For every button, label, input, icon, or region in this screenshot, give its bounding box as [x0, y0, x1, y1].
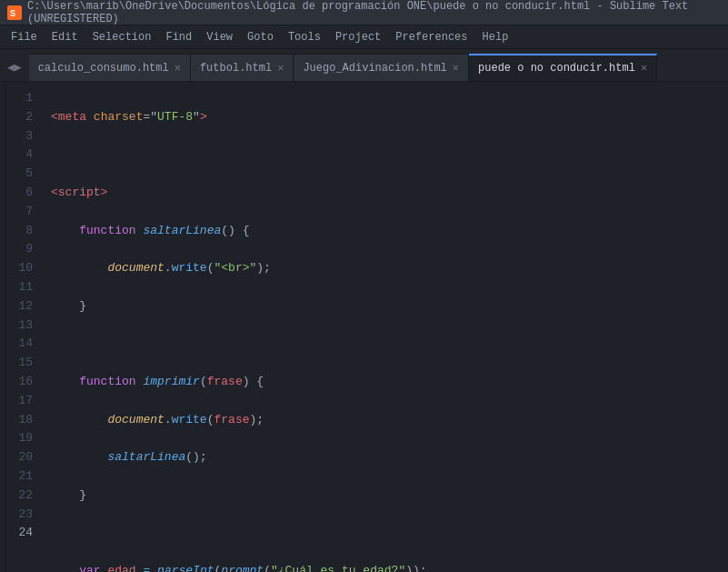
- line-num-1: 1: [13, 89, 33, 108]
- svg-text:S: S: [10, 9, 15, 19]
- line-numbers: 1 2 3 4 5 6 7 8 9 10 11 12 13 14 15 16 1…: [5, 82, 44, 572]
- title-bar: S C:\Users\marib\OneDrive\Documentos\Lóg…: [0, 0, 728, 25]
- line-num-15: 15: [13, 354, 33, 373]
- code-line-8: function imprimir(frase) {: [51, 373, 728, 392]
- line-num-18: 18: [13, 411, 33, 430]
- tab-juego[interactable]: Juego_Adivinacion.html ✕: [294, 54, 469, 81]
- tab-close-juego[interactable]: ✕: [453, 63, 459, 74]
- line-num-22: 22: [13, 487, 33, 506]
- line-num-5: 5: [13, 165, 33, 184]
- code-line-1: <meta charset="UTF-8">: [51, 108, 728, 127]
- menu-edit[interactable]: Edit: [45, 29, 85, 45]
- tab-puede[interactable]: puede o no conducir.html ✕: [469, 54, 657, 81]
- menu-project[interactable]: Project: [328, 29, 388, 45]
- code-line-9: document.write(frase);: [51, 411, 728, 430]
- menu-file[interactable]: File: [4, 29, 45, 45]
- app-icon: S: [7, 5, 22, 20]
- line-num-13: 13: [13, 316, 33, 336]
- line-num-4: 4: [13, 146, 33, 165]
- menu-goto[interactable]: Goto: [240, 29, 281, 45]
- tab-label: puede o no conducir.html: [478, 62, 635, 75]
- tab-close-puede[interactable]: ✕: [641, 63, 647, 74]
- tab-calculo[interactable]: calculo_consumo.html ✕: [29, 54, 191, 81]
- tab-bar: ◀▶ calculo_consumo.html ✕ futbol.html ✕ …: [0, 49, 728, 82]
- code-line-3: <script>: [51, 184, 728, 203]
- tab-label: Juego_Adivinacion.html: [303, 62, 446, 75]
- tab-close-calculo[interactable]: ✕: [175, 63, 181, 74]
- menu-find[interactable]: Find: [158, 29, 199, 45]
- line-num-20: 20: [13, 448, 33, 467]
- title-text: C:\Users\marib\OneDrive\Documentos\Lógic…: [27, 0, 721, 25]
- menu-help[interactable]: Help: [475, 29, 516, 45]
- code-line-6: }: [51, 297, 728, 316]
- line-num-10: 10: [13, 259, 33, 278]
- menu-preferences[interactable]: Preferences: [388, 29, 474, 45]
- line-num-12: 12: [13, 297, 33, 316]
- tab-futbol[interactable]: futbol.html ✕: [191, 54, 294, 81]
- code-line-5: document.write("<br>");: [51, 259, 728, 278]
- line-num-8: 8: [13, 222, 33, 241]
- tab-close-futbol[interactable]: ✕: [277, 63, 284, 74]
- line-num-11: 11: [13, 278, 33, 297]
- line-num-16: 16: [13, 373, 33, 392]
- line-num-7: 7: [13, 203, 33, 222]
- menu-view[interactable]: View: [199, 29, 240, 45]
- code-line-10: saltarLinea();: [51, 448, 728, 467]
- line-num-17: 17: [13, 392, 33, 411]
- tab-label: calculo_consumo.html: [38, 62, 169, 75]
- line-num-21: 21: [13, 467, 33, 487]
- tab-label: futbol.html: [200, 62, 272, 75]
- line-num-6: 6: [13, 184, 33, 203]
- line-num-19: 19: [13, 429, 33, 448]
- line-num-23: 23: [13, 506, 33, 525]
- code-line-13: var edad = parseInt(prompt("¿Cuál es tu …: [51, 562, 728, 572]
- menu-tools[interactable]: Tools: [281, 29, 328, 45]
- code-line-7: [51, 335, 728, 354]
- code-line-2: [51, 146, 728, 165]
- line-num-3: 3: [13, 127, 33, 146]
- menu-selection[interactable]: Selection: [85, 29, 159, 45]
- line-num-9: 9: [13, 240, 33, 259]
- code-editor[interactable]: <meta charset="UTF-8"> <script> function…: [44, 82, 728, 572]
- code-line-4: function saltarLinea() {: [51, 222, 728, 241]
- line-num-24: 24: [13, 524, 33, 543]
- code-line-12: [51, 524, 728, 543]
- tab-nav-button[interactable]: ◀▶: [0, 54, 29, 81]
- editor: 1 2 3 4 5 6 7 8 9 10 11 12 13 14 15 16 1…: [0, 82, 728, 572]
- code-line-11: }: [51, 487, 728, 506]
- menu-bar: File Edit Selection Find View Goto Tools…: [0, 25, 728, 49]
- line-num-14: 14: [13, 335, 33, 354]
- line-num-2: 2: [13, 108, 33, 127]
